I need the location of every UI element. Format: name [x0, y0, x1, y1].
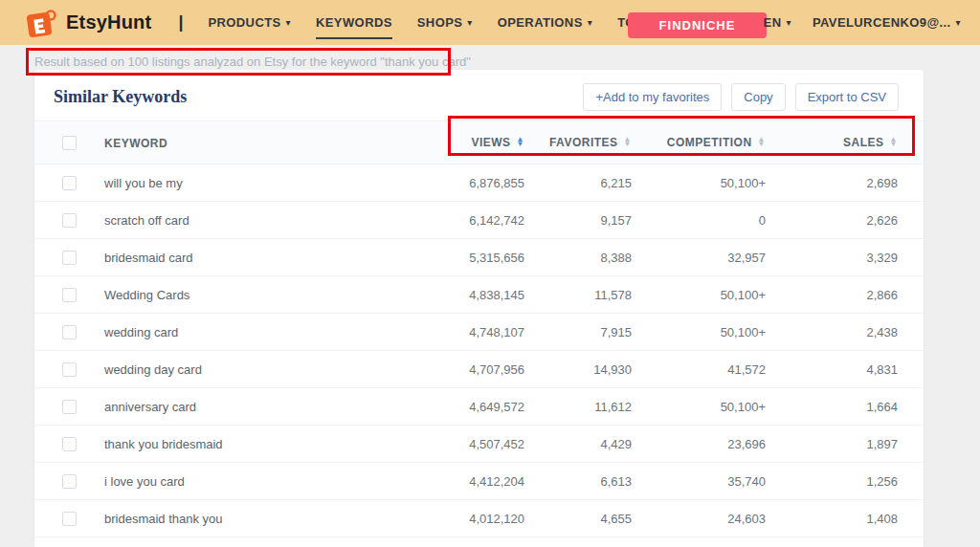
select-all-checkbox[interactable] — [62, 136, 77, 150]
row-checkbox[interactable] — [62, 437, 77, 451]
views-cell: 4,649,572 — [469, 400, 524, 414]
competition-cell: 50,100+ — [721, 176, 766, 190]
competition-cell: 41,572 — [727, 362, 766, 377]
nav-item-shops[interactable]: SHOPS ▾ — [417, 10, 473, 35]
chevron-down-icon: ▾ — [467, 18, 472, 28]
result-summary-text: Result based on 100 listings analyzad on… — [34, 55, 471, 69]
column-header-competition[interactable]: COMPETITION ▲▼ — [667, 136, 766, 149]
row-checkbox[interactable] — [62, 325, 77, 339]
views-cell: 4,012,120 — [469, 512, 524, 526]
export-csv-button[interactable]: Export to CSV — [795, 83, 899, 111]
table-row: i love you card 4,412,204 6,613 35,740 1… — [34, 463, 924, 500]
keyword-cell[interactable]: bridesmaid card — [104, 251, 193, 265]
sales-cell: 2,866 — [866, 288, 898, 302]
sort-icon[interactable]: ▲▼ — [758, 138, 766, 147]
sales-cell: 3,329 — [866, 251, 898, 265]
sort-icon[interactable]: ▲▼ — [517, 138, 524, 147]
row-checkbox[interactable] — [62, 512, 77, 526]
sales-cell: 1,897 — [866, 437, 898, 451]
nav-item-operations[interactable]: OPERATIONS ▾ — [498, 10, 592, 35]
row-checkbox[interactable] — [62, 213, 77, 228]
table-row: Wedding Cards 4,838,145 11,578 50,100+ 2… — [34, 276, 924, 314]
keyword-cell[interactable]: anniversary card — [104, 400, 196, 414]
competition-cell: 35,740 — [727, 474, 766, 489]
keyword-cell[interactable]: wedding day card — [104, 362, 202, 377]
sort-icon[interactable]: ▲▼ — [890, 138, 898, 147]
keywords-table: KEYWORD VIEWS ▲▼ FAVORITES ▲▼ COMPETITIO… — [34, 120, 924, 537]
column-header-sales[interactable]: SALES ▲▼ — [843, 136, 898, 149]
panel-title: Similar Keywords — [54, 87, 187, 107]
sales-cell: 4,831 — [866, 362, 898, 377]
table-row: thank you bridesmaid 4,507,452 4,429 23,… — [34, 426, 924, 463]
row-checkbox[interactable] — [62, 251, 77, 265]
table-row: wedding card 4,748,107 7,915 50,100+ 2,4… — [34, 314, 924, 351]
keyword-cell[interactable]: Wedding Cards — [104, 288, 189, 302]
sales-cell: 2,698 — [866, 176, 898, 190]
nav-item-keywords[interactable]: KEYWORDS — [316, 10, 392, 35]
favorites-cell: 6,215 — [600, 176, 632, 190]
views-cell: 6,142,742 — [469, 213, 524, 228]
sales-cell: 1,664 — [866, 400, 898, 414]
competition-cell: 23,696 — [727, 437, 766, 451]
table-row: bridesmaid card 5,315,656 8,388 32,957 3… — [34, 239, 924, 276]
competition-cell: 24,603 — [727, 512, 766, 526]
competition-cell: 50,100+ — [721, 400, 766, 414]
sales-cell: 2,438 — [866, 325, 898, 339]
top-navigation-bar: EtsyHunt | PRODUCTS ▾ KEYWORDS SHOPS ▾ O… — [0, 0, 980, 45]
views-cell: 4,707,956 — [469, 362, 524, 377]
favorites-cell: 8,388 — [600, 251, 632, 265]
similar-keywords-panel: Similar Keywords +Add to my favorites Co… — [34, 70, 924, 547]
row-checkbox[interactable] — [62, 176, 77, 190]
nav-divider: | — [178, 12, 183, 33]
user-account-menu[interactable]: PAVELURCENKO9@... ▾ — [813, 10, 961, 35]
row-checkbox[interactable] — [62, 474, 77, 489]
column-header-favorites[interactable]: FAVORITES ▲▼ — [549, 136, 632, 149]
views-cell: 4,748,107 — [469, 325, 524, 339]
language-selector[interactable]: EN ▾ — [764, 10, 791, 35]
table-row: anniversary card 4,649,572 11,612 50,100… — [34, 388, 924, 426]
keyword-cell[interactable]: i love you card — [104, 474, 185, 489]
table-row: scratch off card 6,142,742 9,157 0 2,626 — [34, 202, 924, 239]
competition-cell: 50,100+ — [721, 288, 766, 302]
keyword-cell[interactable]: scratch off card — [104, 213, 189, 228]
sort-icon[interactable]: ▲▼ — [624, 138, 632, 147]
favorites-cell: 6,613 — [600, 474, 632, 489]
row-checkbox[interactable] — [62, 400, 77, 414]
sales-cell: 2,626 — [866, 213, 898, 228]
panel-actions: +Add to my favorites Copy Export to CSV — [583, 83, 899, 111]
etsyhunt-logo[interactable]: EtsyHunt — [26, 8, 151, 38]
favorites-cell: 11,612 — [594, 400, 632, 414]
table-header-row: KEYWORD VIEWS ▲▼ FAVORITES ▲▼ COMPETITIO… — [34, 120, 924, 164]
table-body: will you be my 6,876,855 6,215 50,100+ 2… — [34, 164, 924, 537]
add-to-favorites-button[interactable]: +Add to my favorites — [583, 83, 722, 111]
copy-button[interactable]: Copy — [731, 83, 785, 111]
keyword-cell[interactable]: will you be my — [104, 176, 183, 190]
competition-cell: 0 — [759, 213, 766, 228]
favorites-cell: 4,655 — [600, 512, 632, 526]
favorites-cell: 7,915 — [600, 325, 632, 339]
nav-item-products[interactable]: PRODUCTS ▾ — [208, 10, 291, 35]
row-checkbox[interactable] — [62, 362, 77, 377]
keyword-cell[interactable]: bridesmaid thank you — [104, 512, 223, 526]
favorites-cell: 4,429 — [600, 437, 632, 451]
row-checkbox[interactable] — [62, 288, 77, 302]
brand-name: EtsyHunt — [66, 11, 151, 33]
table-row: bridesmaid thank you 4,012,120 4,655 24,… — [34, 500, 924, 537]
column-header-keyword[interactable]: KEYWORD — [104, 137, 167, 150]
views-cell: 4,412,204 — [469, 474, 524, 489]
views-cell: 6,876,855 — [469, 176, 524, 190]
favorites-cell: 11,578 — [594, 288, 632, 302]
table-row: will you be my 6,876,855 6,215 50,100+ 2… — [34, 164, 924, 202]
topbar-right: EN ▾ PAVELURCENKO9@... ▾ — [764, 0, 961, 45]
views-cell: 4,507,452 — [469, 437, 524, 451]
chevron-down-icon: ▾ — [786, 18, 791, 28]
findniche-button[interactable]: FINDNICHE — [628, 12, 767, 38]
column-header-views[interactable]: VIEWS ▲▼ — [471, 136, 524, 149]
chevron-down-icon: ▾ — [588, 18, 592, 28]
etsyhunt-logo-icon — [26, 8, 58, 38]
keyword-cell[interactable]: thank you bridesmaid — [104, 437, 223, 451]
keyword-cell[interactable]: wedding card — [104, 325, 178, 339]
sales-cell: 1,408 — [866, 512, 898, 526]
table-row: wedding day card 4,707,956 14,930 41,572… — [34, 351, 924, 388]
sales-cell: 1,256 — [866, 474, 898, 489]
